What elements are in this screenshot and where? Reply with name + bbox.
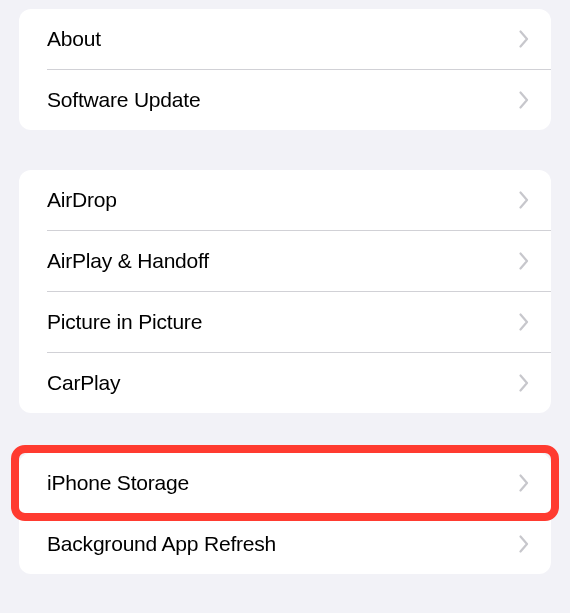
chevron-right-icon bbox=[519, 91, 529, 109]
about-label: About bbox=[47, 27, 101, 51]
software-update-label: Software Update bbox=[47, 88, 200, 112]
chevron-right-icon bbox=[519, 30, 529, 48]
picture-in-picture-row[interactable]: Picture in Picture bbox=[19, 292, 551, 352]
airdrop-label: AirDrop bbox=[47, 188, 117, 212]
airdrop-row[interactable]: AirDrop bbox=[19, 170, 551, 230]
chevron-right-icon bbox=[519, 191, 529, 209]
settings-section-1: About Software Update bbox=[19, 9, 551, 130]
settings-section-2: AirDrop AirPlay & Handoff Picture in Pic… bbox=[19, 170, 551, 413]
background-app-refresh-label: Background App Refresh bbox=[47, 532, 276, 556]
carplay-row[interactable]: CarPlay bbox=[19, 353, 551, 413]
about-row[interactable]: About bbox=[19, 9, 551, 69]
chevron-right-icon bbox=[519, 535, 529, 553]
iphone-storage-row[interactable]: iPhone Storage bbox=[19, 453, 551, 513]
iphone-storage-label: iPhone Storage bbox=[47, 471, 189, 495]
picture-in-picture-label: Picture in Picture bbox=[47, 310, 202, 334]
airplay-handoff-label: AirPlay & Handoff bbox=[47, 249, 209, 273]
settings-section-3: iPhone Storage Background App Refresh bbox=[19, 453, 551, 574]
chevron-right-icon bbox=[519, 252, 529, 270]
chevron-right-icon bbox=[519, 374, 529, 392]
carplay-label: CarPlay bbox=[47, 371, 120, 395]
airplay-handoff-row[interactable]: AirPlay & Handoff bbox=[19, 231, 551, 291]
chevron-right-icon bbox=[519, 313, 529, 331]
background-app-refresh-row[interactable]: Background App Refresh bbox=[19, 514, 551, 574]
chevron-right-icon bbox=[519, 474, 529, 492]
software-update-row[interactable]: Software Update bbox=[19, 70, 551, 130]
